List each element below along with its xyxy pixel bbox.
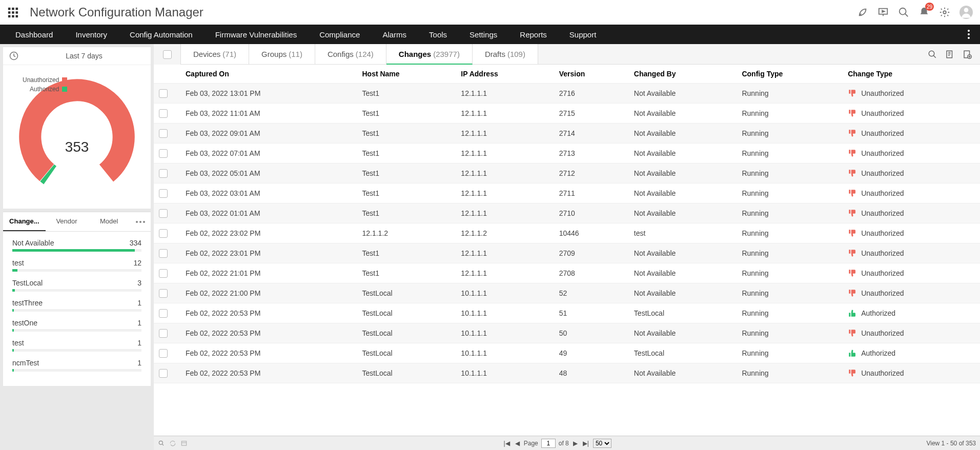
menu-inventory[interactable]: Inventory (64, 25, 118, 44)
menu-config-automation[interactable]: Config Automation (118, 25, 204, 44)
row-checkbox[interactable] (159, 369, 168, 378)
col-config-type[interactable]: Config Type (737, 65, 843, 84)
table-row[interactable]: Feb 02, 2022 20:53 PMTestLocal10.1.1.148… (154, 363, 980, 383)
table-row[interactable]: Feb 03, 2022 01:01 AMTest112.1.1.12710No… (154, 203, 980, 223)
table-row[interactable]: Feb 02, 2022 23:01 PMTest112.1.1.12709No… (154, 243, 980, 263)
row-checkbox[interactable] (159, 149, 168, 158)
col-host-name[interactable]: Host Name (357, 65, 456, 84)
search-icon[interactable] (898, 7, 909, 18)
row-checkbox[interactable] (159, 109, 168, 118)
subtab-configs[interactable]: Configs (124) (315, 44, 386, 65)
col-ip-address[interactable]: IP Address (456, 65, 554, 84)
pager-first[interactable]: |◀ (503, 440, 511, 447)
user-avatar[interactable] (959, 6, 973, 19)
table-row[interactable]: Feb 02, 2022 20:53 PMTestLocal10.1.1.150… (154, 323, 980, 343)
cell-version: 2709 (554, 243, 629, 263)
cell-config-type: Running (737, 243, 843, 263)
bar-count: 1 (137, 299, 141, 307)
table-row[interactable]: Feb 03, 2022 09:01 AMTest112.1.1.12714No… (154, 124, 980, 144)
cell-host: Test1 (357, 243, 456, 263)
gear-icon[interactable] (939, 7, 950, 18)
col-version[interactable]: Version (554, 65, 629, 84)
cell-ip: 10.1.1.1 (456, 363, 554, 383)
cell-config-type: Running (737, 363, 843, 383)
export-icon[interactable] (945, 50, 954, 59)
presentation-icon[interactable] (877, 7, 889, 18)
menu-compliance[interactable]: Compliance (308, 25, 371, 44)
table-row[interactable]: Feb 02, 2022 20:53 PMTestLocal10.1.1.149… (154, 343, 980, 363)
cell-ip: 12.1.1.1 (456, 163, 554, 183)
subtab-drafts[interactable]: Drafts (109) (473, 44, 538, 65)
table-row[interactable]: Feb 02, 2022 21:01 PMTest112.1.1.12708No… (154, 263, 980, 283)
col-change-type[interactable]: Change Type (843, 65, 980, 84)
table-row[interactable]: Feb 03, 2022 03:01 AMTest112.1.1.12711No… (154, 183, 980, 203)
tab-more-icon[interactable] (130, 212, 151, 231)
menu-settings[interactable]: Settings (458, 25, 508, 44)
bar-item[interactable]: testThree1 (12, 299, 141, 312)
pager-refresh-icon[interactable] (169, 440, 176, 447)
row-checkbox[interactable] (159, 169, 168, 178)
tab-change[interactable]: Change... (3, 212, 46, 231)
menu-reports[interactable]: Reports (508, 25, 558, 44)
bar-item[interactable]: test1 (12, 339, 141, 352)
row-checkbox[interactable] (159, 229, 168, 238)
tab-vendor[interactable]: Vendor (46, 212, 88, 231)
menu-tools[interactable]: Tools (418, 25, 458, 44)
row-checkbox[interactable] (159, 189, 168, 198)
body: Last 7 days Unauthorized Authorized 353 … (0, 44, 980, 450)
pager-next[interactable]: ▶ (572, 440, 579, 447)
cell-ip: 12.1.1.1 (456, 104, 554, 124)
pager-prev[interactable]: ◀ (514, 440, 521, 447)
table-search-icon[interactable] (928, 50, 937, 59)
col-changed-by[interactable]: Changed By (629, 65, 737, 84)
table-row[interactable]: Feb 03, 2022 11:01 AMTest112.1.1.12715No… (154, 104, 980, 124)
bar-item[interactable]: test12 (12, 259, 141, 272)
table-row[interactable]: Feb 02, 2022 23:02 PM12.1.1.212.1.1.2104… (154, 223, 980, 243)
select-all-checkbox[interactable] (163, 50, 172, 59)
cell-host: Test1 (357, 84, 456, 104)
row-checkbox[interactable] (159, 89, 168, 98)
table-row[interactable]: Feb 03, 2022 13:01 PMTest112.1.1.12716No… (154, 84, 980, 104)
rocket-icon[interactable] (857, 7, 868, 18)
row-checkbox[interactable] (159, 209, 168, 218)
bell-icon[interactable]: 29 (918, 7, 930, 18)
table-scroll[interactable]: Captured OnHost NameIP AddressVersionCha… (154, 65, 980, 436)
menu-dashboard[interactable]: Dashboard (4, 25, 64, 44)
row-checkbox[interactable] (159, 309, 168, 318)
table-row[interactable]: Feb 02, 2022 21:00 PMTestLocal10.1.1.152… (154, 283, 980, 303)
pager-search-icon[interactable] (158, 440, 165, 447)
cell-config-type: Running (737, 163, 843, 183)
cell-host: Test1 (357, 203, 456, 223)
subtab-changes[interactable]: Changes (23977) (386, 44, 473, 65)
pager-page-input[interactable] (541, 439, 556, 448)
row-checkbox[interactable] (159, 349, 168, 358)
row-checkbox[interactable] (159, 269, 168, 278)
row-checkbox[interactable] (159, 329, 168, 338)
row-checkbox[interactable] (159, 289, 168, 298)
bar-item[interactable]: Not Available334 (12, 239, 141, 252)
table-row[interactable]: Feb 03, 2022 05:01 AMTest112.1.1.12712No… (154, 163, 980, 183)
menu-more-icon[interactable] (962, 30, 976, 39)
row-checkbox[interactable] (159, 129, 168, 138)
col-captured-on[interactable]: Captured On (180, 65, 357, 84)
menu-support[interactable]: Support (558, 25, 608, 44)
row-checkbox[interactable] (159, 249, 168, 258)
bar-item[interactable]: testOne1 (12, 319, 141, 332)
time-filter[interactable]: Last 7 days (3, 47, 151, 65)
bar-item[interactable]: ncmTest1 (12, 359, 141, 372)
bar-item[interactable]: TestLocal3 (12, 279, 141, 292)
pager-columns-icon[interactable] (180, 440, 188, 447)
table-row[interactable]: Feb 02, 2022 20:53 PMTestLocal10.1.1.151… (154, 303, 980, 323)
subtab-groups[interactable]: Groups (11) (249, 44, 315, 65)
apps-grid-icon[interactable] (7, 7, 18, 18)
menu-alarms[interactable]: Alarms (371, 25, 418, 44)
pager-view-label: View 1 - 50 of 353 (926, 440, 976, 447)
table-row[interactable]: Feb 03, 2022 07:01 AMTest112.1.1.12713No… (154, 144, 980, 163)
cell-changed-by: Not Available (629, 283, 737, 303)
pager-last[interactable]: ▶| (582, 440, 590, 447)
subtab-devices[interactable]: Devices (71) (180, 44, 249, 65)
pager-size-select[interactable]: 50 (593, 439, 611, 448)
menu-firmware-vulnerabilities[interactable]: Firmware Vulnerabilities (204, 25, 309, 44)
add-report-icon[interactable] (963, 50, 972, 59)
tab-model[interactable]: Model (88, 212, 130, 231)
